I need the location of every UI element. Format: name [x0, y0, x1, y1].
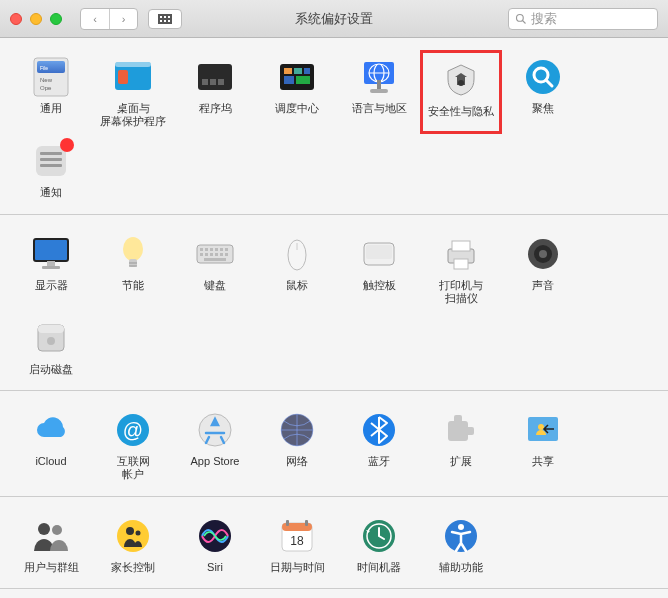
- appstore-icon: [194, 409, 236, 451]
- general-icon: FileNewOpe: [30, 56, 72, 98]
- search-icon: [515, 13, 527, 25]
- pref-mission[interactable]: 调度中心: [256, 50, 338, 134]
- pref-spotlight[interactable]: 聚焦: [502, 50, 584, 134]
- pref-label: 桌面与 屏幕保护程序: [100, 102, 166, 128]
- pref-trackpad[interactable]: 触控板: [338, 227, 420, 311]
- pref-general[interactable]: FileNewOpe通用: [10, 50, 92, 134]
- pref-energy[interactable]: 节能: [92, 227, 174, 311]
- parental-icon: [112, 515, 154, 557]
- svg-text:@: @: [123, 419, 143, 441]
- pref-label: 鼠标: [286, 279, 308, 292]
- pref-mouse[interactable]: 鼠标: [256, 227, 338, 311]
- extensions-icon: [440, 409, 482, 451]
- network-icon: [276, 409, 318, 451]
- svg-rect-40: [210, 248, 213, 251]
- pref-accessibility[interactable]: 辅助功能: [420, 509, 502, 580]
- svg-rect-43: [225, 248, 228, 251]
- forward-button[interactable]: ›: [109, 9, 137, 29]
- window-title: 系统偏好设置: [295, 10, 373, 28]
- pref-icloud[interactable]: iCloud: [10, 403, 92, 487]
- security-icon: [440, 59, 482, 101]
- pref-language[interactable]: 语言与地区: [338, 50, 420, 134]
- svg-rect-46: [210, 253, 213, 256]
- svg-rect-22: [370, 89, 388, 93]
- pref-printers[interactable]: 打印机与 扫描仪: [420, 227, 502, 311]
- pref-label: 声音: [532, 279, 554, 292]
- svg-rect-28: [40, 152, 62, 155]
- datetime-icon: 18: [276, 515, 318, 557]
- sharing-icon: [522, 409, 564, 451]
- svg-rect-13: [218, 79, 224, 85]
- prefs-section: 显示器节能键盘鼠标触控板打印机与 扫描仪声音启动磁盘: [0, 215, 668, 392]
- pref-keyboard[interactable]: 键盘: [174, 227, 256, 311]
- svg-rect-39: [205, 248, 208, 251]
- svg-point-79: [136, 530, 141, 535]
- show-all-button[interactable]: [148, 9, 182, 29]
- pref-notifications[interactable]: 通知: [10, 134, 92, 205]
- pref-label: 语言与地区: [352, 102, 407, 115]
- search-input[interactable]: 搜索: [508, 8, 658, 30]
- svg-rect-16: [294, 68, 302, 74]
- svg-rect-17: [304, 68, 310, 74]
- startup-icon: [30, 317, 72, 359]
- pref-timemachine[interactable]: 时间机器: [338, 509, 420, 580]
- language-icon: [358, 56, 400, 98]
- internet-icon: @: [112, 409, 154, 451]
- pref-users[interactable]: 用户与群组: [10, 509, 92, 580]
- pref-startup[interactable]: 启动磁盘: [10, 311, 92, 382]
- svg-rect-21: [377, 80, 381, 90]
- pref-datetime[interactable]: 18日期与时间: [256, 509, 338, 580]
- pref-label: 时间机器: [357, 561, 401, 574]
- grid-icon: [158, 14, 172, 24]
- pref-security[interactable]: 安全性与隐私: [420, 50, 502, 134]
- svg-rect-56: [452, 241, 470, 251]
- svg-rect-15: [284, 68, 292, 74]
- pref-desktop[interactable]: 桌面与 屏幕保护程序: [92, 50, 174, 134]
- pref-internet[interactable]: @互联网 帐户: [92, 403, 174, 487]
- svg-point-63: [47, 337, 55, 345]
- pref-sound[interactable]: 声音: [502, 227, 584, 311]
- pref-displays[interactable]: 显示器: [10, 227, 92, 311]
- timemachine-icon: [358, 515, 400, 557]
- svg-point-24: [526, 60, 560, 94]
- svg-rect-62: [38, 325, 64, 333]
- pref-label: 触控板: [363, 279, 396, 292]
- pref-network[interactable]: 网络: [256, 403, 338, 487]
- pref-label: 辅助功能: [439, 561, 483, 574]
- pref-appstore[interactable]: App Store: [174, 403, 256, 487]
- svg-text:File: File: [40, 65, 48, 71]
- prefs-section: FileNewOpe通用桌面与 屏幕保护程序程序坞调度中心语言与地区安全性与隐私…: [0, 38, 668, 215]
- search-placeholder: 搜索: [531, 10, 557, 28]
- pref-bluetooth[interactable]: 蓝牙: [338, 403, 420, 487]
- svg-rect-30: [40, 164, 62, 167]
- svg-rect-44: [200, 253, 203, 256]
- svg-rect-41: [215, 248, 218, 251]
- svg-point-60: [539, 250, 547, 258]
- pref-siri[interactable]: Siri: [174, 509, 256, 580]
- pref-label: 聚焦: [532, 102, 554, 115]
- close-button[interactable]: [10, 13, 22, 25]
- pref-extensions[interactable]: 扩展: [420, 403, 502, 487]
- svg-rect-72: [454, 415, 462, 423]
- window-controls: [10, 13, 62, 25]
- svg-rect-11: [202, 79, 208, 85]
- keyboard-icon: [194, 233, 236, 275]
- pref-dock[interactable]: 程序坞: [174, 50, 256, 134]
- back-button[interactable]: ‹: [81, 9, 109, 29]
- pref-label: 用户与群组: [24, 561, 79, 574]
- svg-rect-19: [296, 76, 310, 84]
- pref-parental[interactable]: 家长控制: [92, 509, 174, 580]
- dock-icon: [194, 56, 236, 98]
- pref-label: 显示器: [35, 279, 68, 292]
- pref-label: iCloud: [35, 455, 66, 468]
- pref-label: 共享: [532, 455, 554, 468]
- pref-sharing[interactable]: 共享: [502, 403, 584, 487]
- minimize-button[interactable]: [30, 13, 42, 25]
- svg-rect-48: [220, 253, 223, 256]
- desktop-icon: [112, 56, 154, 98]
- pref-label: 通用: [40, 102, 62, 115]
- svg-point-77: [117, 520, 149, 552]
- svg-text:18: 18: [290, 534, 304, 548]
- zoom-button[interactable]: [50, 13, 62, 25]
- icloud-icon: [30, 409, 72, 451]
